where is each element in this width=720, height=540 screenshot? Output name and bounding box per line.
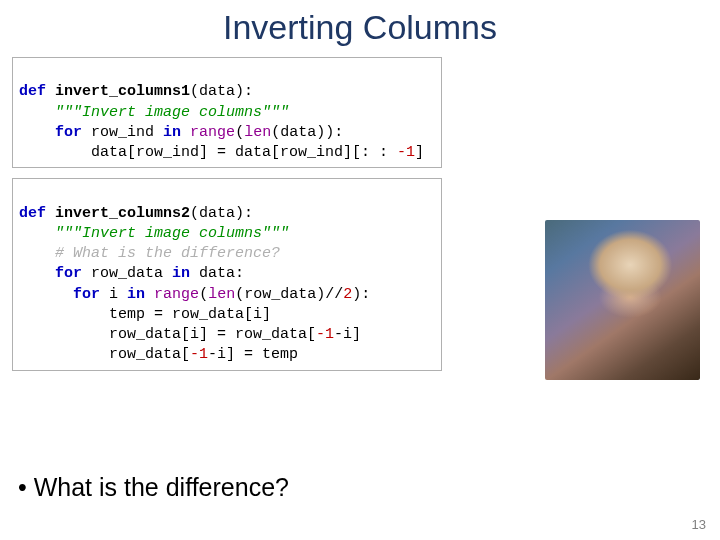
slide-title: Inverting Columns [0,8,720,47]
var-row-data: row_data [91,265,163,282]
code-block-1: def invert_columns1(data): """Invert ima… [12,57,442,168]
expr-data: (data)): [271,124,343,141]
neg-one: -1 [397,144,415,161]
builtin-range: range [190,124,235,141]
line-assign-a: row_data[i] = row_data[ [109,326,316,343]
args-2: (data): [190,205,253,222]
body-slice-b: ] [415,144,424,161]
builtin-len-2: len [208,286,235,303]
id-data: data: [199,265,244,282]
kw-for-3: for [73,286,100,303]
close-paren: ): [352,286,370,303]
kw-for: for [55,124,82,141]
line-temp: temp = row_data[i] [109,306,271,323]
kw-def-2: def [19,205,46,222]
line-assign-d: -i] = temp [208,346,298,363]
var-i: i [109,286,118,303]
num-two: 2 [343,286,352,303]
docstring-1: """Invert image columns""" [55,104,289,121]
var-row-ind: row_ind [91,124,154,141]
kw-for-2: for [55,265,82,282]
line-assign-b: -i] [334,326,361,343]
func-name-2: invert_columns2 [55,205,190,222]
body-slice-a: data[row_ind] = data[row_ind][: : [91,144,397,161]
rowdata-expr: (row_data)// [235,286,343,303]
comment-diff: # What is the difference? [55,245,280,262]
builtin-range-2: range [154,286,199,303]
kw-in: in [163,124,181,141]
bullet-question: • What is the difference? [18,473,289,502]
args-1: (data): [190,83,253,100]
page-number: 13 [692,517,706,532]
func-name-1: invert_columns1 [55,83,190,100]
builtin-len: len [244,124,271,141]
lena-image [545,220,700,380]
docstring-2: """Invert image columns""" [55,225,289,242]
neg-one-2a: -1 [316,326,334,343]
bullet-text: • What is the difference? [18,473,289,501]
neg-one-2b: -1 [190,346,208,363]
kw-in-2: in [172,265,190,282]
code-block-2: def invert_columns2(data): """Invert ima… [12,178,442,370]
kw-in-3: in [127,286,145,303]
line-assign-c: row_data[ [109,346,190,363]
kw-def: def [19,83,46,100]
